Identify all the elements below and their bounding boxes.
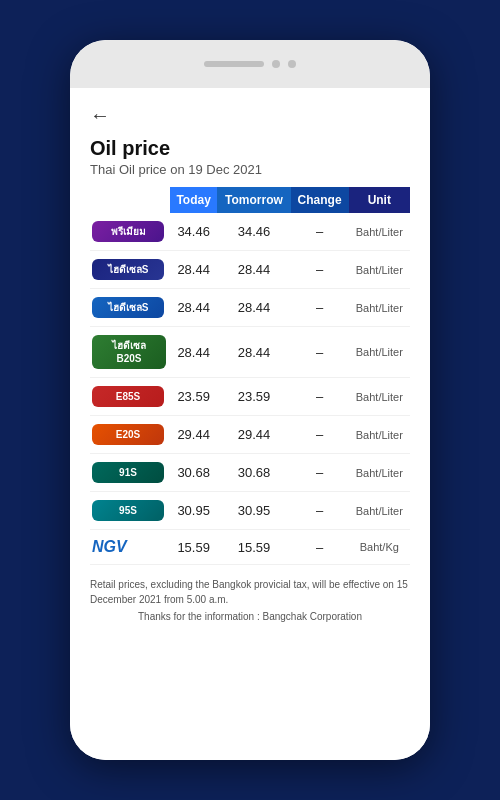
price-change: – <box>291 289 349 327</box>
logo-cell: NGV <box>90 530 170 565</box>
today-price: 28.44 <box>170 289 217 327</box>
price-unit: Baht/Liter <box>349 251 410 289</box>
tomorrow-price: 28.44 <box>217 251 290 289</box>
price-unit: Baht/Liter <box>349 327 410 378</box>
phone-frame: ← Oil price Thai Oil price on 19 Dec 202… <box>70 40 430 760</box>
camera-dot <box>272 60 280 68</box>
price-unit: Baht/Liter <box>349 492 410 530</box>
sensor-dot <box>288 60 296 68</box>
phone-top-bar <box>70 40 430 88</box>
table-row: E85S23.5923.59–Baht/Liter <box>90 378 410 416</box>
footer-note: Retail prices, excluding the Bangkok pro… <box>90 577 410 607</box>
price-unit: Baht/Liter <box>349 213 410 251</box>
tomorrow-price: 30.95 <box>217 492 290 530</box>
table-row: 91S30.6830.68–Baht/Liter <box>90 454 410 492</box>
table-row: NGV15.5915.59–Baht/Kg <box>90 530 410 565</box>
logo-cell: E85S <box>90 378 170 416</box>
logo-cell: พรีเมียม <box>90 213 170 251</box>
logo-cell: 95S <box>90 492 170 530</box>
table-row: ไฮดีเซล B20S28.4428.44–Baht/Liter <box>90 327 410 378</box>
price-change: – <box>291 530 349 565</box>
col-change: Change <box>291 187 349 213</box>
col-unit: Unit <box>349 187 410 213</box>
logo-cell: ไฮดีเซล B20S <box>90 327 170 378</box>
tomorrow-price: 28.44 <box>217 289 290 327</box>
today-price: 30.68 <box>170 454 217 492</box>
page-subtitle: Thai Oil price on 19 Dec 2021 <box>90 162 410 177</box>
today-price: 23.59 <box>170 378 217 416</box>
fuel-badge: E85S <box>92 386 164 407</box>
today-price: 30.95 <box>170 492 217 530</box>
fuel-badge: ไฮดีเซล B20S <box>92 335 166 369</box>
price-change: – <box>291 492 349 530</box>
price-change: – <box>291 213 349 251</box>
tomorrow-price: 23.59 <box>217 378 290 416</box>
ngv-logo: NGV <box>92 538 127 555</box>
table-row: ไฮดีเซลS28.4428.44–Baht/Liter <box>90 251 410 289</box>
fuel-badge: E20S <box>92 424 164 445</box>
table-body: พรีเมียม34.4634.46–Baht/LiterไฮดีเซลS28.… <box>90 213 410 565</box>
footer-thanks: Thanks for the information : Bangchak Co… <box>90 611 410 622</box>
fuel-badge: 95S <box>92 500 164 521</box>
tomorrow-price: 15.59 <box>217 530 290 565</box>
price-unit: Baht/Kg <box>349 530 410 565</box>
today-price: 29.44 <box>170 416 217 454</box>
price-unit: Baht/Liter <box>349 289 410 327</box>
tomorrow-price: 30.68 <box>217 454 290 492</box>
today-price: 15.59 <box>170 530 217 565</box>
logo-cell: ไฮดีเซลS <box>90 289 170 327</box>
col-today: Today <box>170 187 217 213</box>
table-header: Today Tomorrow Change Unit <box>90 187 410 213</box>
today-price: 28.44 <box>170 327 217 378</box>
today-price: 34.46 <box>170 213 217 251</box>
price-change: – <box>291 416 349 454</box>
logo-cell: E20S <box>90 416 170 454</box>
page-content: ← Oil price Thai Oil price on 19 Dec 202… <box>70 88 430 760</box>
fuel-badge: ไฮดีเซลS <box>92 297 164 318</box>
logo-cell: ไฮดีเซลS <box>90 251 170 289</box>
tomorrow-price: 34.46 <box>217 213 290 251</box>
price-change: – <box>291 327 349 378</box>
tomorrow-price: 28.44 <box>217 327 290 378</box>
col-tomorrow: Tomorrow <box>217 187 290 213</box>
price-change: – <box>291 251 349 289</box>
table-row: E20S29.4429.44–Baht/Liter <box>90 416 410 454</box>
tomorrow-price: 29.44 <box>217 416 290 454</box>
price-unit: Baht/Liter <box>349 378 410 416</box>
price-unit: Baht/Liter <box>349 416 410 454</box>
fuel-badge: พรีเมียม <box>92 221 164 242</box>
table-row: 95S30.9530.95–Baht/Liter <box>90 492 410 530</box>
logo-cell: 91S <box>90 454 170 492</box>
price-change: – <box>291 378 349 416</box>
table-row: พรีเมียม34.4634.46–Baht/Liter <box>90 213 410 251</box>
fuel-badge: 91S <box>92 462 164 483</box>
price-unit: Baht/Liter <box>349 454 410 492</box>
today-price: 28.44 <box>170 251 217 289</box>
price-change: – <box>291 454 349 492</box>
table-row: ไฮดีเซลS28.4428.44–Baht/Liter <box>90 289 410 327</box>
back-button[interactable]: ← <box>90 104 110 127</box>
speaker-grille <box>204 61 264 67</box>
fuel-badge: ไฮดีเซลS <box>92 259 164 280</box>
page-title: Oil price <box>90 137 410 160</box>
oil-price-table: Today Tomorrow Change Unit พรีเมียม34.46… <box>90 187 410 565</box>
